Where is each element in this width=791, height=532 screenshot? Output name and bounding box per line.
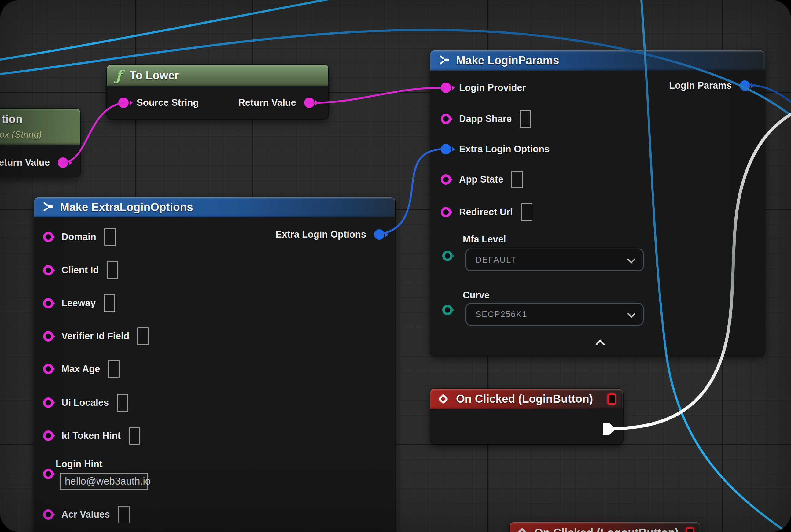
domain-value-box[interactable] [104, 228, 116, 246]
pin-label: Return Value [0, 157, 50, 168]
node-make-extra-login-options[interactable]: Make ExtraLoginOptions Extra Login Optio… [34, 197, 395, 532]
pin-row-domain: Domain [43, 227, 116, 246]
node-make-extra-login-options-header[interactable]: Make ExtraLoginOptions [34, 197, 395, 217]
chevron-down-icon [627, 255, 635, 263]
login-provider-pin[interactable] [441, 82, 451, 93]
pin-row-return-value: Return Value [230, 93, 315, 112]
pin-row-acr-values: Acr Values [43, 505, 130, 524]
pin-row-max-age: Max Age [43, 360, 119, 379]
node-make-login-params[interactable]: Make LoginParams Login Provider Login Pa… [430, 51, 765, 356]
pin-label: Source String [137, 97, 199, 108]
node-subtitle: ox (String) [0, 129, 42, 140]
node-partial-function-header[interactable]: tion ox (String) [0, 109, 80, 145]
pin-row-extra-login-options-in: Extra Login Options [441, 140, 558, 159]
acr-values-value-box[interactable] [118, 506, 130, 524]
domain-pin[interactable] [43, 232, 54, 242]
node-partial-function[interactable]: tion ox (String) Return Value [0, 109, 80, 177]
client-id-value-box[interactable] [107, 261, 118, 279]
extra-login-options-in-pin[interactable] [441, 144, 451, 154]
event-diamond-icon [438, 394, 448, 404]
dapp-share-value-box[interactable] [520, 110, 531, 128]
client-id-pin[interactable] [43, 265, 54, 276]
ui-locales-pin[interactable] [43, 397, 54, 408]
event-diamond-icon [517, 528, 527, 532]
pin-label: Return Value [238, 97, 296, 108]
pin-row-return-value: Return Value [0, 153, 68, 172]
pin-row-login-provider: Login Provider [441, 78, 534, 97]
function-icon: ƒ [116, 67, 122, 84]
pin-row-mfa-level [442, 246, 453, 265]
node-on-clicked-logout-button[interactable]: On Clicked (LogoutButton) [510, 522, 700, 532]
widget-event-badge-icon [607, 394, 616, 405]
node-to-lower[interactable]: ƒ To Lower Source String Return Value [107, 65, 328, 119]
max-age-pin[interactable] [43, 364, 54, 374]
exec-out-pin[interactable] [603, 423, 616, 435]
pin-row-curve [442, 301, 453, 320]
pin-row-source-string: Source String [118, 93, 207, 112]
max-age-value-box[interactable] [108, 360, 119, 378]
return-value-pin[interactable] [304, 97, 314, 108]
pin-label: Extra Login Options [276, 229, 366, 240]
widget-event-badge-icon [686, 527, 694, 532]
pin-row-login-params-out: Login Params [661, 76, 750, 95]
node-on-clicked-login-button-header[interactable]: On Clicked (LoginButton) [430, 389, 623, 409]
pin-row-redirect-url: Redirect Url [441, 203, 533, 222]
pin-row-id-token-hint: Id Token Hint [43, 426, 140, 445]
app-state-pin[interactable] [441, 174, 451, 185]
leeway-value-box[interactable] [103, 294, 115, 312]
graph-canvas[interactable]: tion ox (String) Return Value ƒ To Lower… [0, 0, 791, 532]
verifier-id-field-pin[interactable] [43, 331, 54, 342]
mfa-level-dropdown[interactable]: DEFAULT [465, 249, 644, 271]
curve-pin[interactable] [442, 305, 453, 315]
mfa-level-label: Mfa Level [463, 234, 506, 245]
login-hint-pin[interactable] [43, 469, 54, 479]
node-title: On Clicked (LoginButton) [456, 393, 593, 405]
curve-label: Curve [463, 290, 490, 301]
verifier-id-field-value-box[interactable] [137, 327, 149, 345]
pin-row-dapp-share: Dapp Share [441, 110, 531, 128]
source-string-pin[interactable] [118, 97, 129, 108]
app-state-value-box[interactable] [512, 171, 523, 188]
wire-magenta-tolower-to-provider[interactable] [309, 88, 444, 103]
node-to-lower-header[interactable]: ƒ To Lower [107, 65, 328, 86]
pin-row-app-state: App State [441, 170, 523, 189]
node-make-login-params-header[interactable]: Make LoginParams [430, 51, 765, 71]
pin-row-leeway: Leeway [43, 294, 115, 313]
node-title: Make ExtraLoginOptions [60, 201, 193, 214]
pin-row-extra-login-options-out: Extra Login Options [268, 225, 385, 244]
ui-locales-value-box[interactable] [117, 394, 128, 412]
redirect-url-pin[interactable] [441, 207, 451, 217]
pin-row-ui-locales: Ui Locales [43, 393, 128, 412]
pin-row-verifier-id-field: Verifier Id Field [43, 327, 149, 346]
pin-row-login-hint [43, 464, 54, 483]
chevron-down-icon [627, 309, 635, 318]
node-title: tion [2, 113, 23, 126]
node-title: Make LoginParams [456, 54, 559, 67]
node-on-clicked-logout-button-header[interactable]: On Clicked (LogoutButton) [510, 522, 700, 532]
login-hint-label: Login Hint [56, 459, 102, 470]
login-hint-input[interactable]: hello@web3auth.io [60, 473, 148, 490]
node-on-clicked-login-button[interactable]: On Clicked (LoginButton) [430, 389, 623, 444]
return-value-pin[interactable] [58, 157, 68, 168]
node-title: On Clicked (LogoutButton) [534, 527, 679, 532]
collapse-node-button[interactable] [597, 339, 604, 346]
make-struct-icon [42, 201, 53, 213]
pin-row-client-id: Client Id [43, 261, 118, 280]
login-params-out-pin[interactable] [740, 80, 750, 91]
curve-dropdown[interactable]: SECP256K1 [465, 303, 644, 326]
id-token-hint-pin[interactable] [43, 431, 54, 441]
id-token-hint-value-box[interactable] [129, 427, 140, 444]
blueprint-editor-screenshot: tion ox (String) Return Value ƒ To Lower… [0, 0, 791, 532]
wire-cyan-top-left[interactable] [0, 0, 334, 60]
redirect-url-value-box[interactable] [521, 203, 533, 221]
leeway-pin[interactable] [43, 298, 54, 308]
acr-values-pin[interactable] [43, 509, 54, 520]
dapp-share-pin[interactable] [441, 114, 451, 124]
make-struct-icon [438, 54, 449, 66]
mfa-level-pin[interactable] [442, 251, 453, 261]
extra-login-options-out-pin[interactable] [374, 229, 385, 240]
node-title: To Lower [130, 69, 179, 82]
